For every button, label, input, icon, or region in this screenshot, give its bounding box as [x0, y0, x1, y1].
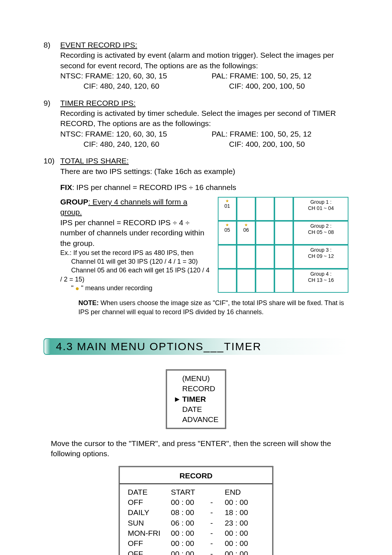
- pal-cif: CIF: 400, 200, 100, 50: [212, 82, 305, 90]
- cell-value: 05: [224, 227, 230, 233]
- document-page: 8) EVENT RECORD IPS: Recording is activa…: [0, 0, 392, 555]
- note-text: When users choose the image size as "CIF…: [78, 299, 344, 315]
- item-title: TOTAL IPS SHARE:: [60, 157, 129, 165]
- legend: " ● " means under recording: [60, 284, 152, 292]
- record-cell-c2: 00 : 00: [171, 497, 211, 507]
- group-example: Ex.: If you set the record IPS as 480 IP…: [60, 248, 211, 293]
- group-line1: Group 2 :: [310, 223, 331, 229]
- legend-open: ": [71, 284, 75, 292]
- item-number: 10): [44, 156, 60, 177]
- cell-value: 06: [243, 227, 249, 233]
- group-cell: [274, 245, 293, 269]
- record-cell-c3: 00 : 00: [225, 549, 264, 555]
- group-line1: Group 3 :: [310, 247, 331, 253]
- col-date: DATE: [128, 487, 171, 497]
- item-body: TOTAL IPS SHARE: There are two IPS setti…: [60, 156, 348, 177]
- item-body: EVENT RECORD IPS: Recording is activated…: [60, 40, 348, 92]
- recording-dot-icon: ★: [240, 223, 253, 227]
- item-body: TIMER RECORD IPS: Recording is activated…: [60, 98, 348, 150]
- item-text: There are two IPS settings: (Take 16ch a…: [60, 167, 235, 175]
- pal-cif: CIF: 400, 200, 100, 50: [212, 140, 305, 148]
- record-cell-c3: 23 : 00: [225, 518, 264, 528]
- record-box-wrap: RECORD DATE START END OFF00 : 00-00 : 00…: [44, 466, 348, 555]
- record-cell-dash: -: [211, 538, 225, 548]
- record-cell-c2: 00 : 00: [171, 549, 211, 555]
- menu-item-label: TIMER: [182, 394, 206, 404]
- col-dash: [211, 487, 225, 497]
- item-number: 8): [44, 40, 60, 92]
- record-header-row: DATE START END: [128, 487, 264, 497]
- record-cell-c1: DAILY: [128, 507, 171, 518]
- group-cell: ★06: [237, 221, 256, 245]
- record-cell-c1: SUN: [128, 518, 171, 528]
- record-cell-dash: -: [211, 528, 225, 538]
- group-line1: Group 1 :: [310, 199, 331, 205]
- group-cell: ★01: [218, 197, 237, 221]
- group-line2: CH 05 ~ 08: [308, 229, 334, 235]
- pal-frame: PAL: FRAME: 100, 50, 25, 12: [212, 72, 311, 80]
- menu-item: ►TIMER: [173, 394, 219, 404]
- group-cell: [274, 197, 293, 221]
- record-cell-c1: MON-FRI: [128, 528, 171, 538]
- menu-paragraph: Move the cursor to the "TIMER", and pres…: [51, 438, 348, 459]
- record-cell-dash: -: [211, 507, 225, 518]
- legend-dot-icon: ●: [75, 285, 79, 292]
- note-label: NOTE:: [78, 299, 99, 307]
- record-cell-c3: 00 : 00: [225, 538, 264, 548]
- ex-line2: Channel 05 and 06 each will get 15 IPS (…: [60, 267, 209, 283]
- record-row: SUN06 : 00-23 : 00: [128, 518, 264, 528]
- group-text1: IPS per channel = RECORD IPS ÷ 4 ÷ numbe…: [60, 218, 204, 247]
- group-cell: [237, 245, 256, 269]
- record-cell-c1: OFF: [128, 497, 171, 507]
- list-item-8: 8) EVENT RECORD IPS: Recording is activa…: [44, 40, 348, 92]
- record-cell-c1: OFF: [128, 549, 171, 555]
- record-row: OFF00 : 00-00 : 00: [128, 497, 264, 507]
- item-title: TIMER RECORD IPS:: [60, 99, 136, 107]
- ntsc-cif: CIF: 480, 240, 120, 60: [60, 82, 159, 90]
- heading-text: 4.3 MAIN MENU OPTIONS___TIMER: [50, 338, 348, 355]
- group-label-cell: Group 2 :CH 05 ~ 08: [293, 221, 348, 245]
- legend-close: " means under recording: [79, 284, 152, 292]
- menu-box: (MENU) RECORD►TIMERDATEADVANCE: [166, 369, 226, 429]
- group-text: GROUP: Every 4 channels will form a grou…: [60, 197, 211, 293]
- group-label-cell: Group 3 :CH 09 ~ 12: [293, 245, 348, 269]
- cursor-arrow-icon: ►: [173, 394, 182, 404]
- group-line2: CH 13 ~ 16: [308, 277, 334, 283]
- group-cell: [218, 245, 237, 269]
- group-label-cell: Group 1 :CH 01 ~ 04: [293, 197, 348, 221]
- record-cell-c2: 00 : 00: [171, 538, 211, 548]
- ex-line1: Channel 01 will get 30 IPS (120 / 4 / 1 …: [60, 258, 198, 265]
- list-item-10: 10) TOTAL IPS SHARE: There are two IPS s…: [44, 156, 348, 177]
- col-start: START: [171, 487, 211, 497]
- group-table: ★01Group 1 :CH 01 ~ 04★05★06Group 2 :CH …: [218, 197, 348, 293]
- menu-item: RECORD: [173, 384, 219, 394]
- record-cell-c3: 00 : 00: [225, 528, 264, 538]
- record-cell-dash: -: [211, 549, 225, 555]
- record-cell-dash: -: [211, 497, 225, 507]
- col-end: END: [225, 487, 264, 497]
- ntsc-frame: NTSC: FRAME: 120, 60, 30, 15: [60, 130, 167, 138]
- options-two-col: NTSC: FRAME: 120, 60, 30, 15 CIF: 480, 2…: [60, 129, 348, 150]
- menu-item: ADVANCE: [173, 414, 219, 425]
- record-cell-c2: 06 : 00: [171, 518, 211, 528]
- options-two-col: NTSC: FRAME: 120, 60, 30, 15 CIF: 480, 2…: [60, 71, 348, 92]
- section-heading: 4.3 MAIN MENU OPTIONS___TIMER: [44, 338, 348, 355]
- menu-item-label: RECORD: [182, 384, 215, 394]
- fix-line: FIX: IPS per channel = RECORD IPS ÷ 16 c…: [60, 183, 348, 192]
- record-row: MON-FRI00 : 00-00 : 00: [128, 528, 264, 538]
- group-cell: [274, 269, 293, 293]
- list-item-9: 9) TIMER RECORD IPS: Recording is activa…: [44, 98, 348, 150]
- record-title: RECORD: [120, 471, 272, 483]
- note: NOTE: When users choose the image size a…: [78, 299, 348, 316]
- ntsc-cif: CIF: 480, 240, 120, 60: [60, 140, 159, 148]
- record-box: RECORD DATE START END OFF00 : 00-00 : 00…: [119, 466, 273, 555]
- menu-item-label: DATE: [182, 404, 202, 414]
- item-number: 9): [44, 98, 60, 150]
- menu-item-label: ADVANCE: [182, 414, 219, 425]
- record-body: DATE START END OFF00 : 00-00 : 00DAILY08…: [120, 483, 272, 555]
- record-cell-c2: 08 : 00: [171, 507, 211, 518]
- record-row: OFF00 : 00-00 : 00: [128, 549, 264, 555]
- item-text: Recording is activated by timer schedule…: [60, 109, 336, 127]
- group-line1: Group 4 :: [310, 271, 331, 277]
- group-line2: CH 09 ~ 12: [308, 253, 334, 259]
